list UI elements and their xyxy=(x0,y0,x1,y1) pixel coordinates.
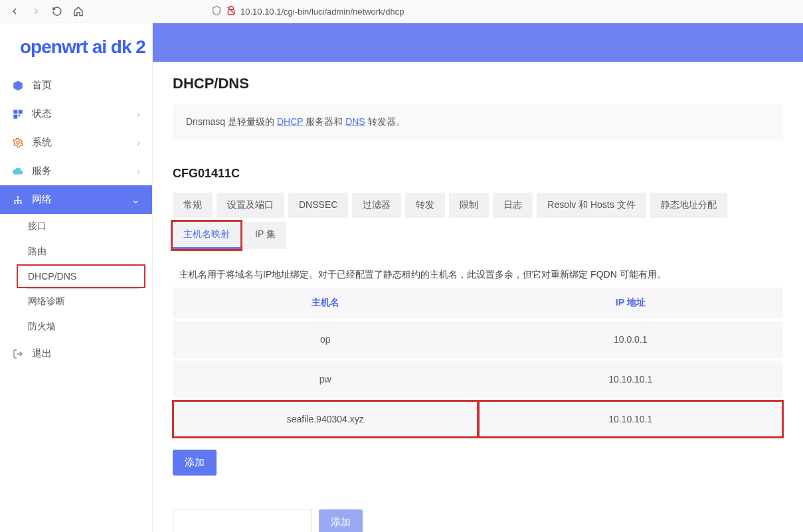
table-row[interactable]: pw 10.10.10.1 xyxy=(173,359,783,399)
sidebar-item-system[interactable]: 系统 › xyxy=(0,128,152,157)
add-button[interactable]: 添加 xyxy=(173,450,217,476)
svg-point-9 xyxy=(17,202,19,204)
svg-rect-4 xyxy=(13,114,17,118)
tab-hostnames[interactable]: 主机名映射 xyxy=(173,222,240,249)
add-section-button[interactable]: 添加 xyxy=(319,509,363,533)
tab-forward[interactable]: 转发 xyxy=(405,193,445,218)
tab-ports[interactable]: 设置及端口 xyxy=(217,193,284,218)
help-text: 主机名用于将域名与IP地址绑定。对于已经配置了静态租约的主机名，此设置多余，但它… xyxy=(179,269,783,281)
chevron-right-icon: › xyxy=(137,165,140,177)
cloud-icon xyxy=(12,165,24,177)
col-hostname: 主机名 xyxy=(173,288,478,319)
new-section-input[interactable] xyxy=(173,509,312,532)
svg-point-10 xyxy=(20,202,22,204)
home-button[interactable] xyxy=(70,3,86,19)
tab-dnssec[interactable]: DNSSEC xyxy=(288,193,348,218)
sidebar-sub-interfaces[interactable]: 接口 xyxy=(0,214,152,239)
forward-button[interactable] xyxy=(28,3,44,19)
col-ip: IP 地址 xyxy=(478,288,784,319)
cell-ip: 10.0.0.1 xyxy=(478,319,784,359)
sidebar-item-label: 首页 xyxy=(32,79,52,92)
tab-filter[interactable]: 过滤器 xyxy=(352,193,401,218)
section-title: CFG01411C xyxy=(173,167,783,181)
sidebar: openwrt ai dk 2 首页 状态 › 系统 › 服务 › 网络 ⌄ 接… xyxy=(0,23,153,532)
sidebar-item-status[interactable]: 状态 › xyxy=(0,100,152,128)
cell-hostname: pw xyxy=(173,359,478,399)
content-area: DHCP/DNS Dnsmasq 是轻量级的 DHCP 服务器和 DNS 转发器… xyxy=(153,23,803,532)
url-text[interactable]: 10.10.10.1/cgi-bin/luci/admin/network/dh… xyxy=(240,7,404,17)
table-row[interactable]: seafile.940304.xyz 10.10.10.1 xyxy=(173,399,783,438)
cell-hostname: op xyxy=(173,319,478,359)
sidebar-sub-diagnostics[interactable]: 网络诊断 xyxy=(0,289,152,314)
tab-general[interactable]: 常规 xyxy=(173,193,213,218)
tab-static[interactable]: 静态地址分配 xyxy=(650,193,727,218)
add-section-row: 添加 xyxy=(173,509,783,532)
hostnames-table: 主机名 IP 地址 op 10.0.0.1 pw 10.10.10.1 seaf… xyxy=(173,288,783,438)
sidebar-item-label: 退出 xyxy=(32,347,52,360)
chevron-right-icon: › xyxy=(137,137,140,148)
svg-point-8 xyxy=(14,202,16,204)
cell-hostname: seafile.940304.xyz xyxy=(173,400,478,438)
sidebar-sub-firewall[interactable]: 防火墙 xyxy=(0,314,152,339)
cube-icon xyxy=(12,80,24,92)
svg-rect-5 xyxy=(19,114,21,116)
network-icon xyxy=(12,194,24,206)
browser-toolbar: 10.10.10.1/cgi-bin/luci/admin/network/dh… xyxy=(0,0,803,23)
svg-point-6 xyxy=(17,141,19,144)
sidebar-item-logout[interactable]: 退出 xyxy=(0,339,152,368)
svg-point-7 xyxy=(17,196,19,198)
tab-ipsets[interactable]: IP 集 xyxy=(244,222,286,249)
table-row[interactable]: op 10.0.0.1 xyxy=(173,319,783,359)
tab-log[interactable]: 日志 xyxy=(493,193,533,218)
sidebar-item-label: 状态 xyxy=(32,108,52,120)
submenu-network: 接口 路由 DHCP/DNS 网络诊断 防火墙 xyxy=(0,214,152,339)
sidebar-item-network[interactable]: 网络 ⌄ xyxy=(0,185,152,214)
brand-logo: openwrt ai dk 2 xyxy=(0,37,152,71)
chevron-right-icon: › xyxy=(137,108,140,120)
grid-icon xyxy=(12,108,24,120)
page-title: DHCP/DNS xyxy=(173,75,783,92)
sidebar-item-label: 服务 xyxy=(32,165,52,177)
sidebar-sub-dhcpdns[interactable]: DHCP/DNS xyxy=(17,264,145,288)
gear-icon xyxy=(12,137,24,149)
sidebar-sub-routes[interactable]: 路由 xyxy=(0,239,152,264)
dns-link[interactable]: DNS xyxy=(345,116,365,127)
shield-icon xyxy=(211,5,222,18)
reload-button[interactable] xyxy=(49,3,65,19)
sidebar-item-home[interactable]: 首页 xyxy=(0,71,152,100)
svg-rect-3 xyxy=(19,110,23,114)
tab-bar: 常规 设置及端口 DNSSEC 过滤器 转发 限制 日志 Resolv 和 Ho… xyxy=(173,193,783,249)
sidebar-item-label: 系统 xyxy=(32,136,52,149)
sidebar-item-label: 网络 xyxy=(32,193,52,206)
insecure-icon xyxy=(226,5,236,18)
svg-rect-2 xyxy=(13,110,17,114)
cell-ip: 10.10.10.1 xyxy=(478,359,784,399)
tab-limits[interactable]: 限制 xyxy=(449,193,489,218)
back-button[interactable] xyxy=(7,3,23,19)
sidebar-item-services[interactable]: 服务 › xyxy=(0,157,152,185)
tab-resolv[interactable]: Resolv 和 Hosts 文件 xyxy=(537,193,646,218)
page-description: Dnsmasq 是轻量级的 DHCP 服务器和 DNS 转发器。 xyxy=(173,104,783,140)
logout-icon xyxy=(12,348,24,360)
cell-ip: 10.10.10.1 xyxy=(478,400,784,438)
chevron-down-icon: ⌄ xyxy=(132,194,140,206)
dhcp-link[interactable]: DHCP xyxy=(277,116,303,127)
